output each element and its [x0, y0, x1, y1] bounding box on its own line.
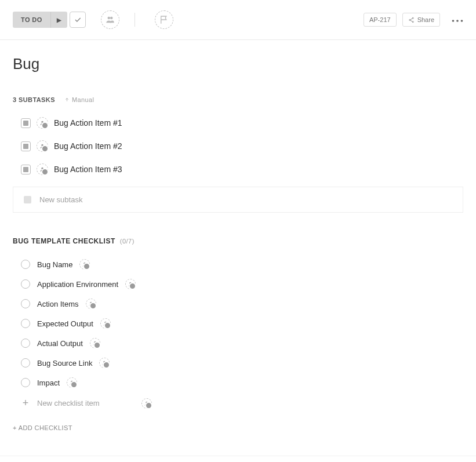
checklist-label: Expected Output — [37, 319, 93, 328]
new-subtask-row[interactable] — [13, 187, 463, 213]
assignee-icon[interactable] — [125, 279, 136, 289]
subtask-list: Bug Action Item #1 Bug Action Item #2 Bu… — [13, 111, 463, 181]
checklist-title: BUG TEMPLATE CHECKLIST — [13, 237, 115, 245]
sort-label: Manual — [72, 96, 94, 103]
checklist-label: Actual Output — [37, 339, 83, 348]
assignee-icon[interactable] — [37, 140, 48, 152]
svg-point-4 — [412, 21, 413, 22]
new-checklist-item-input[interactable] — [37, 399, 135, 408]
checklist-label: Impact — [37, 379, 60, 387]
assignee-icon[interactable] — [86, 299, 96, 309]
plus-icon: + — [21, 397, 30, 409]
svg-point-15 — [94, 341, 96, 343]
priority-flag-button[interactable] — [155, 10, 173, 29]
more-menu-button[interactable] — [452, 16, 463, 24]
subtask-row[interactable]: Bug Action Item #2 — [21, 134, 463, 158]
share-button[interactable]: Share — [402, 13, 440, 27]
checklist-radio[interactable] — [21, 260, 30, 269]
subtask-title: Bug Action Item #3 — [54, 165, 122, 174]
checklist-header: BUG TEMPLATE CHECKLIST (0/7) — [13, 237, 463, 245]
svg-point-12 — [130, 282, 132, 284]
checklist-label: Action Items — [37, 300, 79, 308]
svg-point-14 — [104, 322, 106, 323]
ticket-id-text: AP-217 — [369, 16, 391, 23]
divider — [135, 13, 135, 27]
status-dropdown-icon[interactable]: ▶ — [50, 12, 67, 28]
attachment-dropzone[interactable]: Drop files here to attach or browse — [0, 456, 476, 462]
status-selector[interactable]: TO DO ▶ — [13, 12, 86, 28]
checklist-label: Application Environment — [37, 280, 118, 289]
status-label: TO DO — [13, 12, 50, 28]
svg-point-9 — [41, 144, 43, 146]
assignee-icon[interactable] — [67, 377, 77, 388]
checklist-radio[interactable] — [21, 378, 30, 387]
svg-point-11 — [84, 263, 86, 264]
checklist-radio[interactable] — [21, 279, 30, 289]
subtask-title: Bug Action Item #1 — [54, 118, 122, 128]
checklist-count: (0/7) — [120, 238, 135, 245]
assignee-icon[interactable] — [141, 398, 152, 409]
subtasks-header: 3 SUBTASKS Manual — [13, 96, 463, 103]
subtask-checkbox[interactable] — [21, 118, 31, 128]
toolbar: TO DO ▶ AP-217 Share — [0, 0, 476, 40]
checklist-item[interactable]: Expected Output — [21, 314, 463, 333]
ticket-id-chip[interactable]: AP-217 — [364, 13, 397, 27]
checklist-label: Bug Name — [37, 260, 72, 269]
subtask-row[interactable]: Bug Action Item #3 — [21, 158, 463, 181]
subtask-title: Bug Action Item #2 — [54, 141, 122, 151]
mark-complete-button[interactable] — [70, 12, 86, 28]
svg-point-6 — [456, 20, 459, 22]
svg-point-0 — [108, 17, 111, 20]
checklist-radio[interactable] — [21, 299, 30, 308]
new-subtask-input[interactable] — [39, 195, 452, 204]
subtask-checkbox[interactable] — [21, 141, 31, 151]
svg-point-16 — [104, 361, 106, 363]
assignee-icon[interactable] — [100, 318, 111, 329]
checklist-radio[interactable] — [21, 339, 30, 348]
assignee-icon[interactable] — [90, 338, 100, 348]
subtask-checkbox[interactable] — [21, 165, 31, 174]
svg-point-2 — [412, 17, 413, 19]
svg-point-13 — [90, 302, 92, 304]
svg-point-7 — [461, 20, 463, 22]
svg-point-18 — [146, 401, 147, 403]
ghost-checkbox-icon — [24, 196, 31, 203]
svg-point-5 — [452, 20, 455, 22]
assignees-button[interactable] — [101, 10, 119, 29]
checklist-label: Bug Source Link — [37, 359, 92, 368]
svg-point-17 — [71, 381, 72, 383]
subtasks-count-label: 3 SUBTASKS — [13, 96, 55, 103]
checklist-item[interactable]: Action Items — [21, 294, 463, 314]
subtasks-sort-button[interactable]: Manual — [64, 96, 94, 103]
checklist-item[interactable]: Bug Source Link — [21, 353, 463, 373]
svg-point-3 — [409, 19, 410, 20]
add-checklist-button[interactable]: + ADD CHECKLIST — [13, 424, 463, 431]
share-label: Share — [417, 16, 434, 23]
svg-point-10 — [41, 168, 43, 169]
task-title[interactable]: Bug — [13, 55, 463, 73]
checklist: Bug Name Application Environment Action … — [13, 254, 463, 414]
svg-point-1 — [110, 17, 113, 20]
checklist-item[interactable]: Actual Output — [21, 333, 463, 353]
checklist-item[interactable]: Bug Name — [21, 254, 463, 274]
checklist-radio[interactable] — [21, 319, 30, 328]
assignee-icon[interactable] — [37, 117, 48, 129]
new-checklist-item-row[interactable]: + — [21, 392, 463, 414]
checklist-radio[interactable] — [21, 358, 30, 368]
svg-point-8 — [41, 121, 43, 123]
assignee-icon[interactable] — [79, 259, 90, 270]
assignee-icon[interactable] — [37, 163, 48, 175]
assignee-icon[interactable] — [99, 358, 110, 368]
checklist-item[interactable]: Application Environment — [21, 274, 463, 294]
subtask-row[interactable]: Bug Action Item #1 — [21, 111, 463, 134]
checklist-item[interactable]: Impact — [21, 373, 463, 392]
